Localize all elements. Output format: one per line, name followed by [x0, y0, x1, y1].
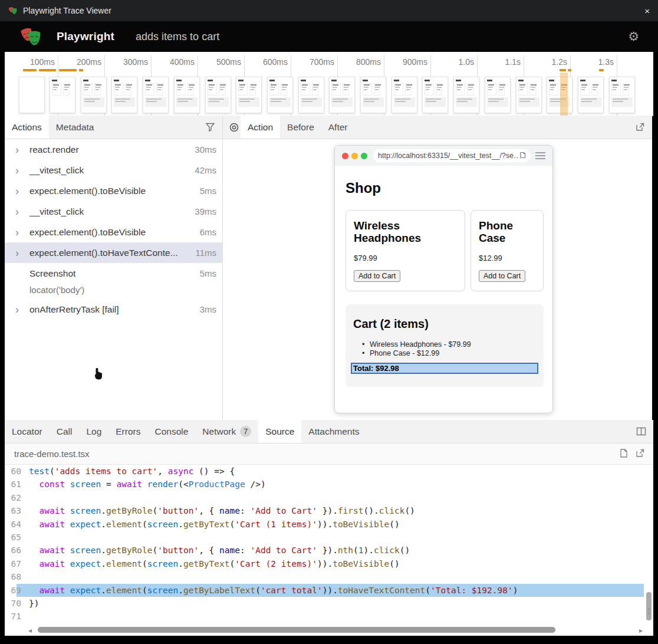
split-view-icon[interactable]	[636, 426, 646, 436]
close-icon[interactable]: ×	[644, 6, 650, 16]
tab-locator[interactable]: Locator	[5, 420, 50, 443]
action-row[interactable]: ›expect.element().toBeVisible5ms	[5, 180, 222, 201]
action-row[interactable]: ›expect.element().toBeVisible6ms	[5, 222, 222, 242]
filmstrip-thumbnail[interactable]	[19, 77, 45, 113]
filmstrip-thumbnail[interactable]	[453, 77, 479, 113]
action-duration: 3ms	[200, 304, 222, 314]
chevron-right-icon: ›	[15, 165, 29, 176]
tab-after[interactable]: After	[321, 116, 355, 139]
filmstrip-thumbnail[interactable]	[81, 77, 107, 113]
test-title: adds items to cart	[136, 31, 219, 43]
horizontal-scrollbar[interactable]: ◂ ▸	[28, 626, 643, 634]
app-title: Playwright	[57, 30, 114, 43]
timeline[interactable]: 100ms200ms300ms400ms500ms600ms700ms800ms…	[5, 52, 653, 116]
code-line: 70})	[5, 597, 644, 610]
tab-before[interactable]: Before	[280, 116, 321, 139]
filmstrip-thumbnail[interactable]	[485, 77, 511, 113]
code-text	[21, 531, 29, 544]
gear-icon[interactable]: ⚙	[628, 29, 639, 44]
tab-label: Log	[86, 426, 101, 437]
copy-source-icon[interactable]	[618, 448, 628, 459]
copy-url-icon[interactable]	[518, 152, 526, 160]
filter-icon[interactable]	[205, 122, 215, 132]
url-bar[interactable]: http://localhost:63315/__vitest_test__/?…	[373, 149, 531, 162]
action-duration: 30ms	[195, 144, 222, 155]
action-row[interactable]: ›react.render30ms	[5, 139, 222, 160]
action-label: expect.element().toHaveTextConte...	[29, 248, 178, 258]
scroll-down-icon[interactable]: ▾▾	[646, 607, 652, 616]
line-number: 61	[5, 478, 21, 491]
bullet-icon: •	[362, 349, 370, 358]
add-to-cart-button[interactable]: Add to Cart	[354, 270, 400, 282]
tab-errors[interactable]: Errors	[108, 420, 147, 443]
traffic-light-yellow-icon	[351, 153, 358, 159]
code-line: 64 await expect.element(screen.getByText…	[5, 518, 644, 531]
filmstrip-thumbnail[interactable]	[391, 77, 417, 113]
scroll-left-icon[interactable]: ◂	[28, 626, 32, 635]
tab-action[interactable]: Action	[241, 116, 280, 139]
action-row[interactable]: ›onAfterRetryTask [fail]3ms	[5, 299, 222, 320]
cart-section: Cart (2 items) •Wireless Headphones - $7…	[346, 304, 544, 387]
horizontal-scrollbar-thumb[interactable]	[38, 627, 555, 633]
action-row[interactable]: Screenshot5ms	[5, 263, 222, 284]
tab-attachments[interactable]: Attachments	[301, 420, 366, 443]
line-number: 71	[5, 610, 21, 623]
vertical-scrollbar[interactable]: ▾▾	[646, 465, 652, 616]
filmstrip-thumbnail[interactable]	[111, 77, 137, 113]
filmstrip-thumbnail[interactable]	[267, 77, 293, 113]
filmstrip-thumbnail[interactable]	[298, 77, 324, 113]
filmstrip-thumbnail[interactable]	[329, 77, 355, 113]
line-number: 66	[5, 544, 21, 557]
code-text: const screen = await render(<ProductPage…	[21, 478, 266, 491]
code-text: await expect.element(screen.getByLabelTe…	[21, 584, 518, 597]
filmstrip-thumbnail[interactable]	[50, 77, 75, 113]
action-duration-bar	[568, 69, 571, 71]
timeline-tick-label: 200ms	[77, 57, 101, 67]
filmstrip-thumbnail[interactable]	[609, 77, 635, 113]
add-to-cart-button[interactable]: Add to Cart	[479, 270, 525, 282]
filmstrip-thumbnail[interactable]	[578, 77, 604, 113]
tab-call[interactable]: Call	[50, 420, 80, 443]
target-icon	[229, 122, 239, 133]
chevron-right-icon: ›	[15, 144, 29, 155]
code-text	[21, 491, 29, 504]
filmstrip-thumbnail[interactable]	[360, 77, 386, 113]
action-duration: 39ms	[195, 206, 222, 216]
product-name: Wireless Headphones	[354, 220, 457, 245]
snapshot-page: Shop Wireless Headphones$79.99Add to Car…	[335, 166, 552, 413]
os-titlebar: Playwright Trace Viewer ×	[0, 0, 658, 21]
line-number: 60	[5, 465, 21, 478]
filmstrip-thumbnail[interactable]	[174, 77, 200, 113]
open-source-external-icon[interactable]	[635, 448, 645, 458]
action-label: __vitest_click	[29, 206, 84, 217]
chevron-right-icon: ›	[15, 186, 29, 196]
action-row[interactable]: ›__vitest_click42ms	[5, 160, 222, 180]
tab-log[interactable]: Log	[79, 420, 108, 443]
chevron-right-icon: ›	[15, 304, 29, 315]
product-name: Phone Case	[479, 220, 535, 245]
tab-actions[interactable]: Actions	[5, 116, 49, 139]
filmstrip-thumbnail[interactable]	[205, 77, 231, 113]
scroll-right-icon[interactable]: ▸	[639, 626, 643, 635]
action-row[interactable]: ›__vitest_click39ms	[5, 201, 222, 222]
filmstrip-thumbnail[interactable]	[422, 77, 448, 113]
tab-console[interactable]: Console	[147, 420, 195, 443]
filmstrip-thumbnail[interactable]	[236, 77, 262, 113]
filmstrip-thumbnail[interactable]	[516, 77, 542, 113]
timeline-tick-label: 800ms	[356, 57, 381, 67]
source-code[interactable]: 60test('adds items to cart', async () =>…	[5, 465, 644, 624]
product-card: Phone Case$12.99Add to Cart	[471, 210, 544, 291]
actions-list: ›react.render30ms›__vitest_click42ms›exp…	[5, 139, 222, 320]
tab-network[interactable]: Network7	[195, 420, 258, 443]
filmstrip-thumbnail[interactable]	[143, 77, 169, 113]
action-duration: 6ms	[200, 227, 222, 237]
action-row[interactable]: ›expect.element().toHaveTextConte...11ms	[5, 242, 222, 263]
timeline-tick-label: 1.2s	[552, 57, 567, 67]
open-external-icon[interactable]	[635, 122, 645, 132]
tab-label: Call	[57, 426, 73, 437]
tab-metadata[interactable]: Metadata	[49, 116, 101, 139]
action-label: expect.element().toBeVisible	[29, 186, 146, 196]
snapshot-panel: ActionBeforeAfter http://localhost:63315…	[223, 116, 652, 420]
tab-source[interactable]: Source	[258, 420, 301, 443]
menu-icon[interactable]	[535, 150, 545, 161]
